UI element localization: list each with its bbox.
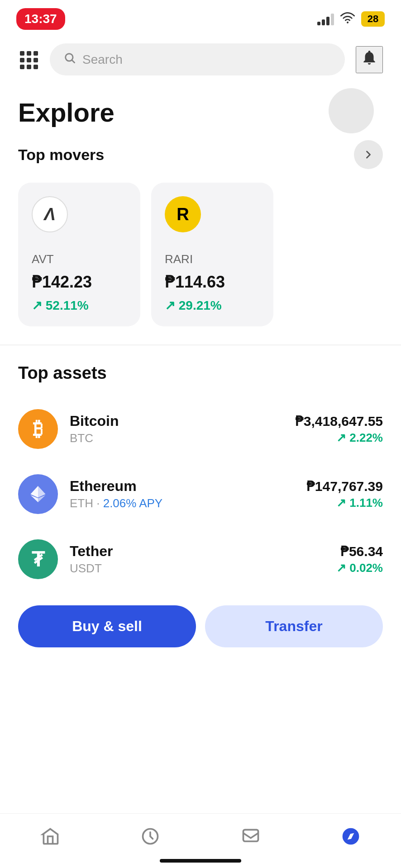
avt-change: ↗ 52.11% (32, 298, 127, 313)
status-icons: 28 (317, 11, 385, 27)
usdt-values: ₱56.34 ↗ 0.02% (336, 543, 383, 575)
btc-name: Bitcoin (70, 413, 283, 429)
nav-home[interactable] (27, 823, 74, 850)
eth-ticker: ETH · 2.06% APY (70, 496, 295, 510)
explore-section: Explore (0, 84, 401, 127)
bell-icon (361, 49, 378, 70)
eth-name: Ethereum (70, 478, 295, 495)
nav-portfolio[interactable] (127, 823, 174, 850)
battery-icon: 28 (361, 11, 385, 27)
clock-icon (140, 826, 160, 846)
nav-explore[interactable] (327, 823, 374, 850)
mover-card-rari[interactable]: R RARI ₱114.63 ↗ 29.21% (151, 183, 273, 326)
eth-values: ₱147,767.39 ↗ 1.11% (306, 478, 383, 510)
usdt-price: ₱56.34 (336, 543, 383, 559)
movers-scroll: Λ AVT ₱142.23 ↗ 52.11% R RARI ₱114.63 ↗ … (0, 178, 401, 344)
top-movers-label: Top movers (18, 146, 104, 164)
rari-change: ↗ 29.21% (165, 298, 260, 313)
rari-price: ₱114.63 (165, 273, 260, 292)
menu-icon[interactable] (18, 49, 39, 70)
btc-logo: ₿ (18, 409, 58, 449)
status-bar: 13:37 28 (0, 0, 401, 35)
eth-change: ↗ 1.11% (306, 496, 383, 510)
bottom-pill (160, 859, 241, 863)
search-placeholder: Search (82, 52, 123, 67)
svg-point-0 (347, 21, 348, 23)
avt-price: ₱142.23 (32, 273, 127, 292)
usdt-ticker: USDT (70, 561, 325, 576)
avt-logo: Λ (32, 196, 68, 232)
search-bar[interactable]: Search (50, 43, 345, 75)
nav-messages[interactable] (227, 823, 274, 850)
avt-ticker: AVT (32, 252, 127, 266)
top-assets-section: Top assets ₿ Bitcoin BTC ₱3,418,647.55 ↗… (0, 345, 401, 592)
signal-icon (317, 13, 334, 25)
btc-price: ₱3,418,647.55 (295, 413, 383, 429)
asset-item-eth[interactable]: Ethereum ETH · 2.06% APY ₱147,767.39 ↗ 1… (18, 462, 383, 527)
explore-nav-icon (341, 826, 361, 846)
search-icon (63, 52, 76, 67)
see-all-button[interactable] (354, 140, 383, 169)
usdt-change: ↗ 0.02% (336, 561, 383, 575)
top-nav: Search (0, 35, 401, 84)
messages-icon (241, 826, 261, 846)
transfer-button[interactable]: Transfer (205, 605, 383, 647)
asset-item-usdt[interactable]: ₮ Tether USDT ₱56.34 ↗ 0.02% (18, 527, 383, 592)
explore-title: Explore (18, 97, 383, 127)
btc-change: ↗ 2.22% (295, 431, 383, 445)
eth-price: ₱147,767.39 (306, 478, 383, 494)
btc-ticker: BTC (70, 431, 283, 445)
notifications-button[interactable] (356, 46, 383, 73)
usdt-info: Tether USDT (70, 543, 325, 576)
eth-logo (18, 474, 58, 514)
status-time: 13:37 (16, 8, 65, 30)
rari-ticker: RARI (165, 252, 260, 266)
avatar (329, 88, 374, 133)
asset-item-btc[interactable]: ₿ Bitcoin BTC ₱3,418,647.55 ↗ 2.22% (18, 396, 383, 462)
top-assets-label: Top assets (18, 363, 383, 383)
wifi-icon (340, 11, 355, 27)
action-buttons: Buy & sell Transfer (0, 592, 401, 661)
buy-sell-button[interactable]: Buy & sell (18, 605, 196, 647)
btc-info: Bitcoin BTC (70, 413, 283, 445)
rari-logo: R (165, 196, 201, 232)
home-icon (40, 826, 60, 846)
mover-card-avt[interactable]: Λ AVT ₱142.23 ↗ 52.11% (18, 183, 140, 326)
top-movers-header: Top movers (0, 127, 401, 178)
btc-values: ₱3,418,647.55 ↗ 2.22% (295, 413, 383, 445)
usdt-logo: ₮ (18, 539, 58, 579)
usdt-name: Tether (70, 543, 325, 560)
chevron-right-icon (362, 148, 375, 161)
eth-info: Ethereum ETH · 2.06% APY (70, 478, 295, 510)
